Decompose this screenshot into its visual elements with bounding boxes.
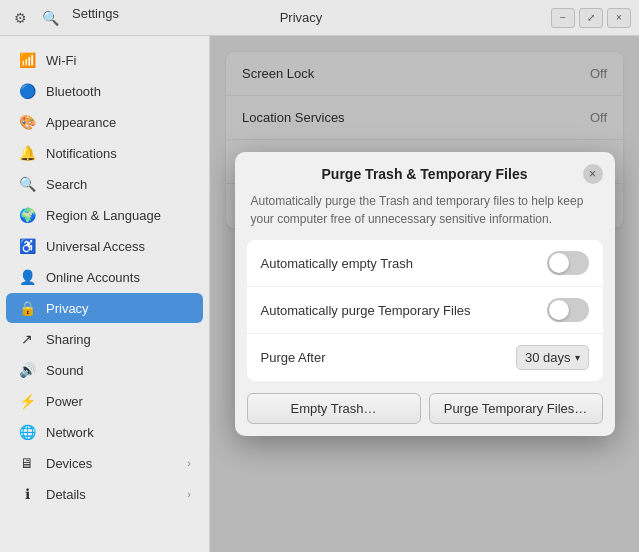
search-sidebar-icon: 🔍 <box>18 175 36 193</box>
sidebar-item-wifi-label: Wi-Fi <box>46 53 76 68</box>
main-layout: 📶 Wi-Fi 🔵 Bluetooth 🎨 Appearance 🔔 Notif… <box>0 36 639 552</box>
details-icon: ℹ <box>18 485 36 503</box>
purge-after-value: 30 days <box>525 350 571 365</box>
maximize-icon: ⤢ <box>587 12 595 23</box>
sidebar-item-region-label: Region & Language <box>46 208 161 223</box>
dialog-title: Purge Trash & Temporary Files <box>251 166 599 182</box>
sidebar-item-online-accounts[interactable]: 👤 Online Accounts <box>6 262 203 292</box>
auto-purge-temp-toggle[interactable] <box>547 298 589 322</box>
sidebar-item-network-label: Network <box>46 425 94 440</box>
power-icon: ⚡ <box>18 392 36 410</box>
sound-icon: 🔊 <box>18 361 36 379</box>
purge-temp-files-label: Purge Temporary Files… <box>444 401 588 416</box>
titlebar: ⚙ 🔍 Settings Privacy − ⤢ × <box>0 0 639 36</box>
search-button[interactable]: 🔍 <box>38 6 62 30</box>
privacy-icon: 🔒 <box>18 299 36 317</box>
auto-empty-trash-toggle[interactable] <box>547 251 589 275</box>
universal-access-icon: ♿ <box>18 237 36 255</box>
network-icon: 🌐 <box>18 423 36 441</box>
sidebar-item-universal-access-label: Universal Access <box>46 239 145 254</box>
purge-after-dropdown[interactable]: 30 days ▾ <box>516 345 589 370</box>
wifi-icon: 📶 <box>18 51 36 69</box>
auto-purge-temp-row: Automatically purge Temporary Files <box>247 287 603 334</box>
empty-trash-label: Empty Trash… <box>291 401 377 416</box>
close-icon: × <box>616 12 622 23</box>
sidebar-item-universal-access[interactable]: ♿ Universal Access <box>6 231 203 261</box>
purge-temp-files-button[interactable]: Purge Temporary Files… <box>429 393 603 424</box>
sidebar-item-privacy-label: Privacy <box>46 301 89 316</box>
search-icon: 🔍 <box>42 10 59 26</box>
sidebar-item-network[interactable]: 🌐 Network <box>6 417 203 447</box>
sidebar-item-appearance[interactable]: 🎨 Appearance <box>6 107 203 137</box>
devices-icon: 🖥 <box>18 454 36 472</box>
dialog-close-icon: × <box>589 167 596 181</box>
sidebar-item-details-label: Details <box>46 487 86 502</box>
notifications-icon: 🔔 <box>18 144 36 162</box>
purge-dialog: Purge Trash & Temporary Files × Automati… <box>235 152 615 436</box>
dropdown-chevron-icon: ▾ <box>575 352 580 363</box>
dialog-rows: Automatically empty Trash Automatically … <box>247 240 603 381</box>
sidebar-item-privacy[interactable]: 🔒 Privacy <box>6 293 203 323</box>
sidebar-item-appearance-label: Appearance <box>46 115 116 130</box>
sidebar-item-sharing-label: Sharing <box>46 332 91 347</box>
dialog-actions: Empty Trash… Purge Temporary Files… <box>235 381 615 436</box>
sharing-icon: ↗ <box>18 330 36 348</box>
sidebar-item-search[interactable]: 🔍 Search <box>6 169 203 199</box>
sidebar-item-wifi[interactable]: 📶 Wi-Fi <box>6 45 203 75</box>
dialog-overlay: Purge Trash & Temporary Files × Automati… <box>210 36 639 552</box>
sidebar-item-notifications[interactable]: 🔔 Notifications <box>6 138 203 168</box>
auto-empty-trash-label: Automatically empty Trash <box>261 256 547 271</box>
maximize-button[interactable]: ⤢ <box>579 8 603 28</box>
dialog-close-button[interactable]: × <box>583 164 603 184</box>
auto-empty-trash-row: Automatically empty Trash <box>247 240 603 287</box>
titlebar-left-icons: ⚙ 🔍 Settings <box>8 6 119 30</box>
window-controls: − ⤢ × <box>551 8 631 28</box>
sidebar-item-devices[interactable]: 🖥 Devices › <box>6 448 203 478</box>
gear-button[interactable]: ⚙ <box>8 6 32 30</box>
details-arrow: › <box>187 488 191 500</box>
dialog-description: Automatically purge the Trash and tempor… <box>235 192 615 240</box>
dialog-header: Purge Trash & Temporary Files × <box>235 152 615 192</box>
close-button[interactable]: × <box>607 8 631 28</box>
auto-purge-temp-label: Automatically purge Temporary Files <box>261 303 547 318</box>
minimize-icon: − <box>560 12 566 23</box>
window-title: Privacy <box>131 10 471 25</box>
sidebar-item-bluetooth[interactable]: 🔵 Bluetooth <box>6 76 203 106</box>
devices-arrow: › <box>187 457 191 469</box>
sidebar-item-search-label: Search <box>46 177 87 192</box>
sidebar-item-notifications-label: Notifications <box>46 146 117 161</box>
gear-icon: ⚙ <box>14 10 27 26</box>
appearance-icon: 🎨 <box>18 113 36 131</box>
sidebar-item-sharing[interactable]: ↗ Sharing <box>6 324 203 354</box>
purge-after-label: Purge After <box>261 350 516 365</box>
minimize-button[interactable]: − <box>551 8 575 28</box>
sidebar-item-sound-label: Sound <box>46 363 84 378</box>
auto-purge-temp-knob <box>549 300 569 320</box>
sidebar-item-region[interactable]: 🌍 Region & Language <box>6 200 203 230</box>
content-area: Screen Lock Off Location Services Off Us… <box>210 36 639 552</box>
bluetooth-icon: 🔵 <box>18 82 36 100</box>
sidebar-item-power[interactable]: ⚡ Power <box>6 386 203 416</box>
sidebar-item-bluetooth-label: Bluetooth <box>46 84 101 99</box>
online-accounts-icon: 👤 <box>18 268 36 286</box>
auto-empty-trash-knob <box>549 253 569 273</box>
sidebar-item-sound[interactable]: 🔊 Sound <box>6 355 203 385</box>
sidebar-item-devices-label: Devices <box>46 456 92 471</box>
region-icon: 🌍 <box>18 206 36 224</box>
sidebar-item-details[interactable]: ℹ Details › <box>6 479 203 509</box>
empty-trash-button[interactable]: Empty Trash… <box>247 393 421 424</box>
sidebar-item-power-label: Power <box>46 394 83 409</box>
settings-label: Settings <box>72 6 119 30</box>
sidebar: 📶 Wi-Fi 🔵 Bluetooth 🎨 Appearance 🔔 Notif… <box>0 36 210 552</box>
purge-after-row: Purge After 30 days ▾ <box>247 334 603 381</box>
sidebar-item-online-accounts-label: Online Accounts <box>46 270 140 285</box>
